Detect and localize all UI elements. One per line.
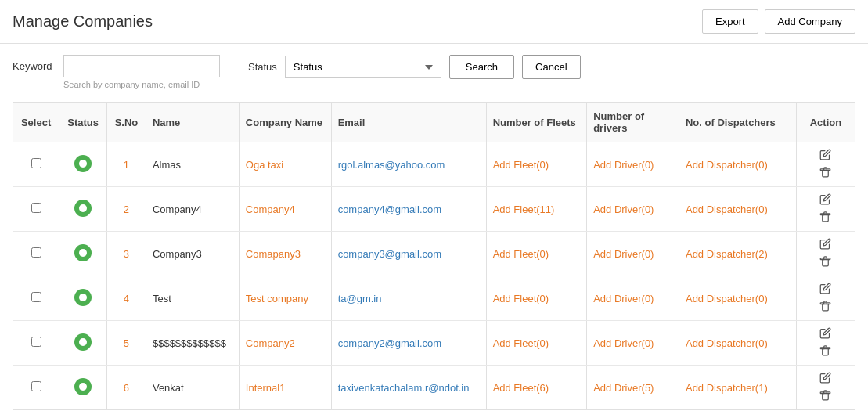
row-company-cell: Internal1 xyxy=(239,366,331,410)
row-company-link[interactable]: Internal1 xyxy=(246,382,286,394)
row-status-cell xyxy=(59,187,107,232)
row-add-fleet-link[interactable]: Add Fleet(0) xyxy=(493,248,549,260)
delete-icon[interactable] xyxy=(819,255,831,269)
row-action-icons xyxy=(803,327,848,359)
row-sno-cell: 2 xyxy=(107,187,146,232)
row-drivers-cell: Add Driver(0) xyxy=(587,321,679,366)
row-add-fleet-link[interactable]: Add Fleet(11) xyxy=(493,204,555,215)
row-email-link[interactable]: taxivenkatachalam.r@ndot.in xyxy=(338,382,470,394)
row-sno: 4 xyxy=(124,293,129,304)
row-email-link[interactable]: company4@gmail.com xyxy=(338,204,441,215)
row-add-dispatcher-link[interactable]: Add Dispatcher(0) xyxy=(686,204,768,215)
row-action-cell xyxy=(796,232,855,276)
row-drivers-cell: Add Driver(0) xyxy=(587,276,679,321)
col-header-fleets: Number of Fleets xyxy=(486,103,587,142)
keyword-input[interactable] xyxy=(63,55,220,77)
svg-rect-3 xyxy=(821,303,831,304)
col-header-sno: S.No xyxy=(107,103,146,142)
edit-icon[interactable] xyxy=(819,193,831,207)
row-checkbox[interactable] xyxy=(31,247,41,258)
edit-icon[interactable] xyxy=(819,238,831,252)
status-select[interactable]: Status Active Inactive xyxy=(285,56,441,78)
row-fleets-cell: Add Fleet(0) xyxy=(486,276,587,321)
cancel-button[interactable]: Cancel xyxy=(522,55,580,79)
row-add-driver-link[interactable]: Add Driver(0) xyxy=(593,204,654,215)
row-company-cell: Company2 xyxy=(239,321,331,366)
row-action-cell xyxy=(796,366,855,410)
row-add-fleet-link[interactable]: Add Fleet(6) xyxy=(493,382,549,394)
row-company-link[interactable]: Oga taxi xyxy=(246,159,283,171)
row-checkbox[interactable] xyxy=(31,292,41,302)
search-button[interactable]: Search xyxy=(449,55,514,79)
row-checkbox-cell xyxy=(13,232,59,276)
delete-icon[interactable] xyxy=(819,211,831,225)
row-name: Company3 xyxy=(153,248,202,260)
row-checkbox-cell xyxy=(13,187,59,232)
row-email-link[interactable]: rgol.almas@yahoo.com xyxy=(338,159,445,171)
row-company-cell: Comapany3 xyxy=(239,232,331,276)
row-add-dispatcher-link[interactable]: Add Dispatcher(0) xyxy=(686,293,768,304)
companies-table: Select Status S.No Name Company Name Ema… xyxy=(13,102,855,410)
add-company-button[interactable]: Add Company xyxy=(765,9,855,34)
row-add-dispatcher-link[interactable]: Add Dispatcher(1) xyxy=(686,382,768,394)
row-checkbox[interactable] xyxy=(31,203,41,213)
col-header-select: Select xyxy=(13,103,59,142)
row-name: Company4 xyxy=(153,204,202,215)
delete-icon[interactable] xyxy=(819,300,831,314)
row-name-cell: Company3 xyxy=(146,232,239,276)
row-checkbox[interactable] xyxy=(31,337,41,347)
row-company-cell: Test company xyxy=(239,276,331,321)
row-company-cell: Company4 xyxy=(239,187,331,232)
status-indicator xyxy=(74,200,92,217)
status-indicator xyxy=(74,155,92,172)
row-checkbox[interactable] xyxy=(31,158,41,168)
row-email-link[interactable]: company3@gmail.com xyxy=(338,248,441,260)
row-add-fleet-link[interactable]: Add Fleet(0) xyxy=(493,337,549,349)
row-company-link[interactable]: Test company xyxy=(246,293,308,304)
edit-icon[interactable] xyxy=(819,149,831,163)
row-add-driver-link[interactable]: Add Driver(0) xyxy=(593,337,654,349)
row-add-driver-link[interactable]: Add Driver(5) xyxy=(593,382,654,394)
delete-icon[interactable] xyxy=(819,344,831,359)
row-checkbox[interactable] xyxy=(31,381,41,391)
edit-icon[interactable] xyxy=(819,283,831,297)
row-status-cell xyxy=(59,321,107,366)
row-add-dispatcher-link[interactable]: Add Dispatcher(0) xyxy=(686,159,768,171)
header-actions: Export Add Company xyxy=(702,9,855,34)
delete-icon[interactable] xyxy=(819,166,831,180)
row-sno: 6 xyxy=(124,382,129,394)
edit-icon[interactable] xyxy=(819,372,831,386)
row-sno: 1 xyxy=(124,159,129,171)
row-company-link[interactable]: Comapany3 xyxy=(246,248,301,260)
row-company-link[interactable]: Company2 xyxy=(246,337,295,349)
row-name-cell: Test xyxy=(146,276,239,321)
keyword-filter-row: Keyword xyxy=(13,55,220,77)
row-action-icons xyxy=(803,149,848,180)
row-name: Almas xyxy=(153,159,181,171)
row-add-fleet-link[interactable]: Add Fleet(0) xyxy=(493,159,549,171)
row-email-cell: company2@gmail.com xyxy=(331,321,486,366)
edit-icon[interactable] xyxy=(819,327,831,341)
row-name-cell: Company4 xyxy=(146,187,239,232)
table-header-row: Select Status S.No Name Company Name Ema… xyxy=(13,103,855,142)
row-sno-cell: 1 xyxy=(107,142,146,187)
row-status-cell xyxy=(59,276,107,321)
row-add-driver-link[interactable]: Add Driver(0) xyxy=(593,159,654,171)
row-add-driver-link[interactable]: Add Driver(0) xyxy=(593,248,654,260)
row-dispatchers-cell: Add Dispatcher(0) xyxy=(679,142,796,187)
export-button[interactable]: Export xyxy=(702,9,758,34)
row-add-dispatcher-link[interactable]: Add Dispatcher(2) xyxy=(686,248,768,260)
row-sno: 5 xyxy=(124,337,129,349)
delete-icon[interactable] xyxy=(819,389,831,403)
row-add-dispatcher-link[interactable]: Add Dispatcher(0) xyxy=(686,337,768,349)
row-add-fleet-link[interactable]: Add Fleet(0) xyxy=(493,293,549,304)
row-dispatchers-cell: Add Dispatcher(0) xyxy=(679,276,796,321)
row-sno-cell: 4 xyxy=(107,276,146,321)
row-company-link[interactable]: Company4 xyxy=(246,204,295,215)
row-email-link[interactable]: company2@gmail.com xyxy=(338,337,441,349)
row-email-link[interactable]: ta@gm.in xyxy=(338,293,382,304)
keyword-filter-group: Keyword Search by company name, email ID xyxy=(13,55,220,89)
row-add-driver-link[interactable]: Add Driver(0) xyxy=(593,293,654,304)
status-indicator xyxy=(74,378,92,395)
status-label: Status xyxy=(248,61,277,73)
